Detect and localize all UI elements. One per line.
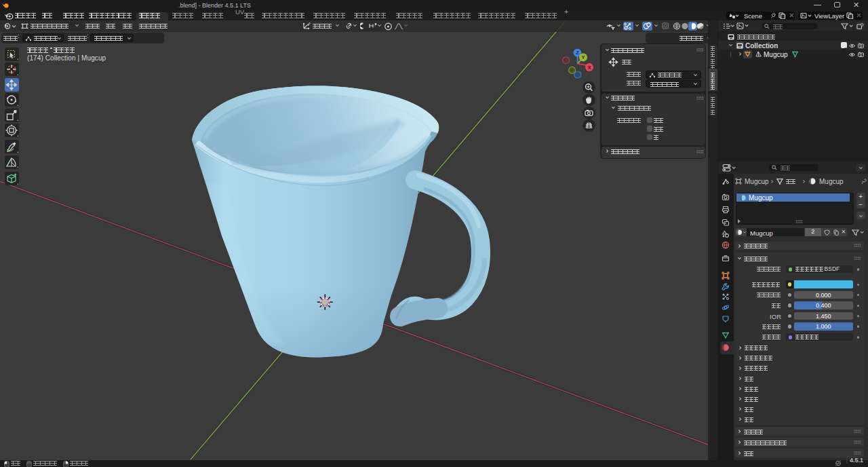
svg-text:Y: Y [581, 54, 585, 60]
svg-text:X: X [587, 64, 591, 71]
svg-text:Z: Z [576, 50, 579, 56]
